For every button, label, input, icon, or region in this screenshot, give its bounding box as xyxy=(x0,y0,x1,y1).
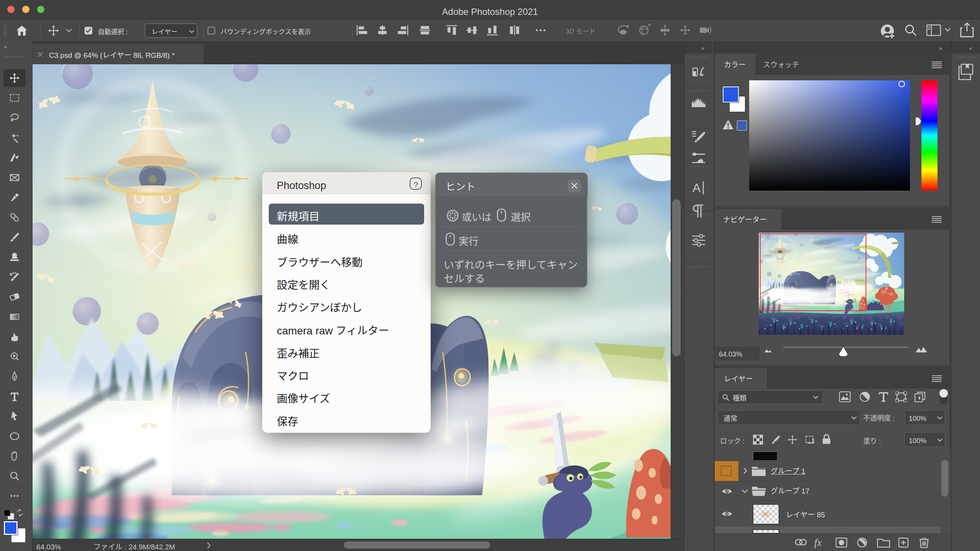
svg-text:fx: fx xyxy=(814,537,822,548)
svg-text:A: A xyxy=(693,181,701,195)
